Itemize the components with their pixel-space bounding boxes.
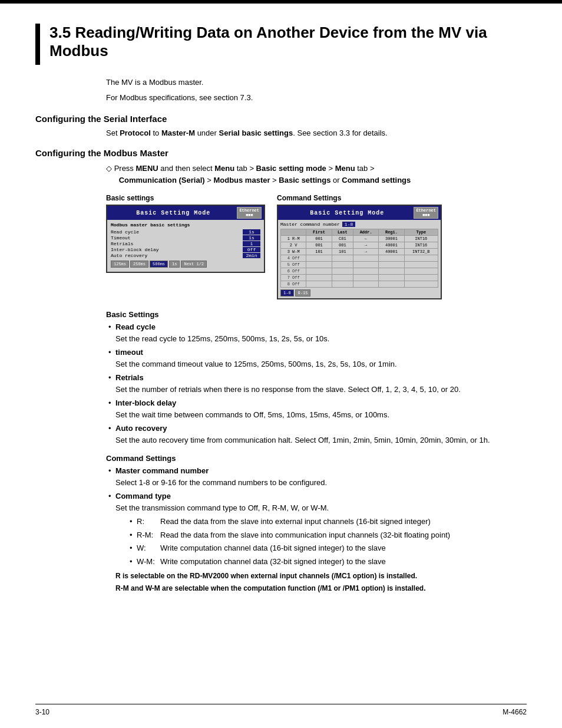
page-container: 3.5 Reading/Writing Data on Another Devi… xyxy=(0,0,562,728)
cmd-row2-last: 001 xyxy=(332,242,353,249)
section-accent-bar xyxy=(35,24,40,65)
footer-page-number: 3-10 xyxy=(35,708,49,716)
command-settings-ethernet-badge: Ethernet■■■ xyxy=(414,207,438,219)
cmd-footer-btn-1-8[interactable]: 1-8 xyxy=(280,289,294,297)
screen-row-timeout: Timeout 1s xyxy=(111,235,260,241)
list-item-master-cmd: Master command number Select 1-8 or 9-16… xyxy=(106,465,527,488)
cmd-row-1: 1 R-M 001 C81 ← 30001 INT16 xyxy=(281,236,438,242)
read-cycle-item-desc: Set the read cycle to 125ms, 250ms, 500m… xyxy=(115,334,329,343)
serial-bold-settings: Serial basic settings xyxy=(219,129,293,137)
cmd-footer-btn-9-15[interactable]: 9-15 xyxy=(295,289,311,297)
cmd-header-row: Master command number 1-8 xyxy=(280,222,438,227)
basic-settings-device-screen: Basic Setting Mode Ethernet■■■ Modbus ma… xyxy=(106,205,265,273)
cmd-row1-type: INT16 xyxy=(404,236,438,242)
footer-btn-500ms[interactable]: 500ms xyxy=(150,261,168,268)
footer-btn-1s[interactable]: 1s xyxy=(169,261,180,268)
master-cmd-item-desc: Select 1-8 or 9-16 for the command numbe… xyxy=(115,478,327,487)
intro-line2: For Modbus specifications, see section 7… xyxy=(106,92,527,104)
master-cmd-label: Master command number xyxy=(280,222,340,227)
basic-settings-list: Read cycle Set the read cycle to 125ms, … xyxy=(106,321,527,446)
timeout-item-desc: Set the command timeout value to 125ms, … xyxy=(115,360,397,368)
cmd-row-6: 6 Off xyxy=(281,268,438,275)
cmd-row1-num: 1 R-M xyxy=(281,236,306,242)
autorecovery-item-label: Auto recovery xyxy=(115,424,167,433)
cmd-row3-first: 101 xyxy=(306,249,332,255)
footer-btn-250ms[interactable]: 250ms xyxy=(130,261,148,268)
cmd-key-RM: R-M: xyxy=(137,529,160,541)
cmd-row6-type xyxy=(404,268,438,275)
timeout-label: Timeout xyxy=(111,235,164,241)
master-cmd-value: 1-8 xyxy=(342,222,355,227)
cmd-row4-first xyxy=(306,255,332,262)
serial-bold-masterm: Master-M xyxy=(161,129,195,137)
command-settings-list: Master command number Select 1-8 or 9-16… xyxy=(106,465,527,594)
command-settings-screenshot: Command Settings Basic Setting Mode Ethe… xyxy=(277,194,442,299)
screen-row-retrials: Retrials 1 xyxy=(111,241,260,246)
top-bar xyxy=(0,0,562,4)
screen-row-read-cycle: Read cycle 1s xyxy=(111,229,260,235)
comm-serial-bold: Communication (Serial) xyxy=(119,176,205,185)
cmd-row5-last xyxy=(332,262,353,268)
cmd-row-7: 7 Off xyxy=(281,275,438,281)
modbus-master-heading: Configuring the Modbus Master xyxy=(35,148,527,158)
menu-tab-bold2: Menu xyxy=(335,164,355,173)
menu-bold: MENU xyxy=(135,164,158,173)
basic-settings-label: Basic settings xyxy=(106,194,154,202)
cmd-row1-arrow: ← xyxy=(353,236,378,242)
cmd-row7-first xyxy=(306,275,332,281)
footer-btn-125ms[interactable]: 125ms xyxy=(111,261,129,268)
cmd-row1-regi: 30001 xyxy=(379,236,404,242)
cmd-row5-regi xyxy=(379,262,404,268)
cmd-row8-last xyxy=(332,281,353,288)
modbus-master-bold: Modbus master xyxy=(213,176,270,185)
cmd-row3-last: 101 xyxy=(332,249,353,255)
cmd-desc-WM: Write computation channel data (32-bit s… xyxy=(160,556,527,568)
col-addr: Addr. xyxy=(353,229,378,236)
interblock-item-label: Inter-block delay xyxy=(115,398,176,407)
command-settings-title-text: Basic Setting Mode xyxy=(280,210,414,216)
command-settings-description: Command Settings Master command number S… xyxy=(106,454,527,594)
section-number: 3.5 xyxy=(49,24,71,41)
cmd-row5-first xyxy=(306,262,332,268)
basic-settings-description: Basic Settings Read cycle Set the read c… xyxy=(106,310,527,446)
cmd-row8-arrow xyxy=(353,281,378,288)
serial-interface-section: Configuring the Serial Interface Set Pro… xyxy=(35,114,527,137)
retrials-label: Retrials xyxy=(111,241,164,246)
autorecovery-label: Auto recovery xyxy=(111,253,164,258)
section-header: 3.5 Reading/Writing Data on Another Devi… xyxy=(35,24,527,65)
cmd-row7-last xyxy=(332,275,353,281)
cmd-row3-arrow: → xyxy=(353,249,378,255)
autorecovery-value: 2min xyxy=(243,253,260,258)
master-cmd-item-label: Master command number xyxy=(115,466,209,475)
command-settings-title-bar: Basic Setting Mode Ethernet■■■ xyxy=(278,206,441,220)
basic-settings-screenshot: Basic settings Basic Setting Mode Ethern… xyxy=(106,194,265,299)
cmd-row1-last: C81 xyxy=(332,236,353,242)
basic-settings-subtitle: Modbus master basic settings xyxy=(111,222,260,228)
cmd-row-5: 5 Off xyxy=(281,262,438,268)
col-first: First xyxy=(306,229,332,236)
cmd-row-3: 3 W-M 101 101 → 40001 INT32_B xyxy=(281,249,438,255)
cmd-row2-arrow: → xyxy=(353,242,378,249)
basic-settings-desc-heading: Basic Settings xyxy=(106,310,527,319)
list-item-retrials: Retrials Set the number of retrials when… xyxy=(106,372,527,395)
cmd-row4-arrow xyxy=(353,255,378,262)
basic-settings-bold: Basic settings xyxy=(279,176,330,185)
col-regi: Regi. xyxy=(379,229,404,236)
screenshots-row: Basic settings Basic Setting Mode Ethern… xyxy=(106,194,527,299)
cmd-desc-R: Read the data from the slave into extern… xyxy=(160,516,527,528)
cmd-row3-type: INT32_B xyxy=(404,249,438,255)
read-cycle-label: Read cycle xyxy=(111,229,164,235)
cmd-row5-type xyxy=(404,262,438,268)
footer-btn-next[interactable]: Next 1/2 xyxy=(181,261,207,268)
basic-setting-mode-bold: Basic setting mode xyxy=(256,164,326,173)
intro-line1: The MV is a Modbus master. xyxy=(106,77,527,88)
note-WM-bold: W-M xyxy=(146,584,160,592)
cmd-row8-num: 8 Off xyxy=(281,281,306,288)
cmd-row-2: 2 V 001 001 → 40001 INT16 xyxy=(281,242,438,249)
cmd-key-WM: W-M: xyxy=(137,556,160,568)
serial-interface-heading: Configuring the Serial Interface xyxy=(35,114,527,124)
cmd-row2-regi: 40001 xyxy=(379,242,404,249)
cmd-row2-type: INT16 xyxy=(404,242,438,249)
modbus-master-section: Configuring the Modbus Master Press MENU… xyxy=(35,148,527,594)
retrials-item-desc: Set the number of retrials when there is… xyxy=(115,385,461,394)
